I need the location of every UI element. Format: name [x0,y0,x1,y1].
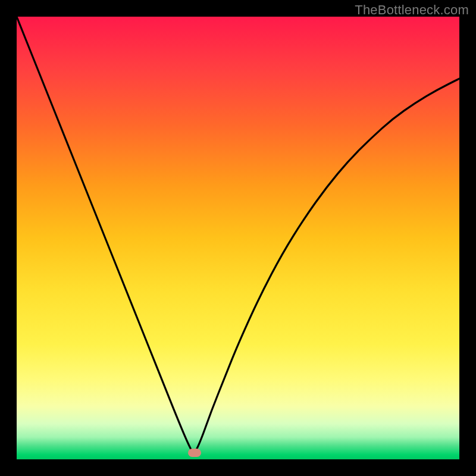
chart-frame: TheBottleneck.com [0,0,476,476]
minimum-marker [188,449,201,457]
bottleneck-curve [17,17,459,459]
watermark-text: TheBottleneck.com [355,2,469,18]
plot-area [17,17,459,459]
